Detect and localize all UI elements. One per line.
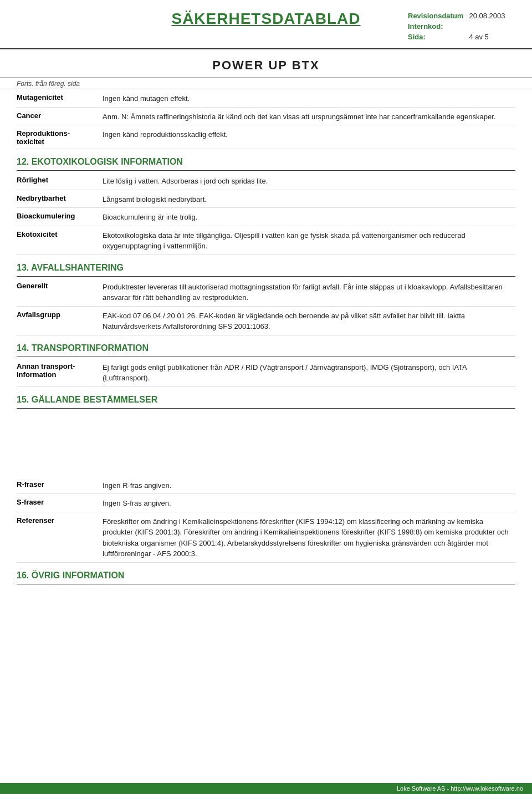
label-r-fraser: R-fraser — [17, 479, 103, 488]
label-ekotoxicitet: Ekotoxicitet — [17, 229, 103, 238]
value-ekotoxicitet: Ekotoxikologiska data är inte tillgängli… — [103, 229, 515, 252]
section-12-header: 12. EKOTOXIKOLOGISK INFORMATION — [17, 149, 515, 171]
label-reproduktions: Reproduktions-toxicitet — [17, 128, 103, 146]
page-title: SÄKERHETSDATABLAD — [127, 10, 405, 28]
value-reproduktions: Ingen känd reproduktionsskadlig effekt. — [103, 128, 515, 140]
row-mutagenicitet: Mutagenicitet Ingen känd mutagen effekt. — [17, 89, 515, 108]
footer: Loke Software AS - http://www.lokesoftwa… — [0, 783, 532, 794]
value-annan-transport: Ej farligt gods enligt publikationer frå… — [103, 361, 515, 384]
value-nedbrytbarhet: Långsamt biologiskt nedbrytbart. — [103, 193, 515, 205]
label-bioackumulering: Bioackumulering — [17, 211, 103, 220]
row-generellt: Generellt Produktrester levereras till a… — [17, 278, 515, 307]
label-mutagenicitet: Mutagenicitet — [17, 92, 103, 101]
row-ekotoxicitet: Ekotoxicitet Ekotoxikologiska data är in… — [17, 226, 515, 255]
label-rorlighet: Rörlighet — [17, 175, 103, 184]
value-mutagenicitet: Ingen känd mutagen effekt. — [103, 92, 515, 104]
header: SÄKERHETSDATABLAD Revisionsdatum 20.08.2… — [0, 0, 532, 49]
product-name: POWER UP BTX — [0, 49, 532, 77]
internkod-label: Internkod: — [406, 22, 466, 31]
label-avfallsgrupp: Avfallsgrupp — [17, 309, 103, 319]
value-generellt: Produktrester levereras till auktorisera… — [103, 281, 515, 303]
page: SÄKERHETSDATABLAD Revisionsdatum 20.08.2… — [0, 0, 532, 794]
section-15-spacer — [17, 410, 515, 476]
prev-page-note: Forts. från föreg. sida — [0, 77, 532, 89]
row-s-fraser: S-fraser Ingen S-fras angiven. — [17, 494, 515, 512]
content: Mutagenicitet Ingen känd mutagen effekt.… — [0, 89, 532, 584]
revision-date: 20.08.2003 — [467, 11, 507, 21]
row-annan-transport: Annan transport-information Ej farligt g… — [17, 358, 515, 387]
row-nedbrytbarhet: Nedbrytbarhet Långsamt biologiskt nedbry… — [17, 190, 515, 208]
section-16-header: 16. ÖVRIG INFORMATION — [17, 563, 515, 584]
value-rorlighet: Lite löslig i vatten. Adsorberas i jord … — [103, 175, 515, 187]
label-nedbrytbarhet: Nedbrytbarhet — [17, 193, 103, 202]
label-referenser: Referenser — [17, 515, 103, 525]
label-cancer: Cancer — [17, 110, 103, 120]
value-referenser: Föreskrifter om ändring i Kemikalieinspe… — [103, 515, 515, 559]
revision-label: Revisionsdatum — [406, 11, 466, 21]
value-r-fraser: Ingen R-fras angiven. — [103, 479, 515, 491]
sida-label: Sida: — [406, 32, 466, 42]
label-annan-transport: Annan transport-information — [17, 361, 103, 379]
value-cancer: Anm. N: Ämnets raffineringshistoria är k… — [103, 110, 515, 123]
section-15-header: 15. GÄLLANDE BESTÄMMELSER — [17, 387, 515, 409]
value-bioackumulering: Bioackumulering är inte trolig. — [103, 211, 515, 223]
row-avfallsgrupp: Avfallsgrupp EAK-kod 07 06 04 / 20 01 26… — [17, 307, 515, 335]
sida-value: 4 av 5 — [467, 32, 507, 42]
footer-text: Loke Software AS - http://www.lokesoftwa… — [397, 785, 523, 792]
row-referenser: Referenser Föreskrifter om ändring i Kem… — [17, 512, 515, 563]
header-meta: Revisionsdatum 20.08.2003 Internkod: Sid… — [405, 10, 515, 43]
label-generellt: Generellt — [17, 281, 103, 290]
section-13-header: 13. AVFALLSHANTERING — [17, 255, 515, 277]
row-rorlighet: Rörlighet Lite löslig i vatten. Adsorber… — [17, 172, 515, 190]
row-reproduktions: Reproduktions-toxicitet Ingen känd repro… — [17, 125, 515, 149]
section-14-header: 14. TRANSPORTINFORMATION — [17, 335, 515, 357]
internkod-value — [467, 22, 507, 31]
label-s-fraser: S-fraser — [17, 497, 103, 506]
row-cancer: Cancer Anm. N: Ämnets raffineringshistor… — [17, 108, 515, 126]
value-s-fraser: Ingen S-fras angiven. — [103, 497, 515, 509]
value-avfallsgrupp: EAK-kod 07 06 04 / 20 01 26. EAK-koden ä… — [103, 309, 515, 332]
row-bioackumulering: Bioackumulering Bioackumulering är inte … — [17, 208, 515, 226]
row-r-fraser: R-fraser Ingen R-fras angiven. — [17, 476, 515, 495]
